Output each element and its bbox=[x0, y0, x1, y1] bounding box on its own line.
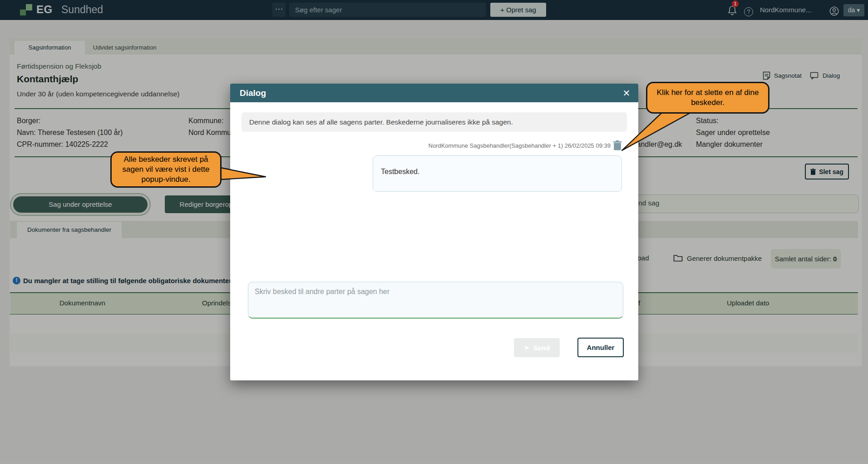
message-meta: NordKommune Sagsbehandler(Sagsbehandler … bbox=[429, 142, 611, 149]
annotation-messages-callout: Alle beskeder skrevet på sagen vil være … bbox=[110, 151, 222, 188]
screen: EG Sundhed ⋯ + Opret sag 1 ? NordKommune… bbox=[0, 0, 868, 464]
delete-message-icon[interactable] bbox=[613, 140, 622, 150]
send-label: Send bbox=[533, 344, 550, 352]
modal-info-banner: Denne dialog kan ses af alle sagens part… bbox=[242, 112, 627, 132]
message-input[interactable] bbox=[248, 282, 623, 319]
message-bubble: Testbesked. bbox=[373, 155, 622, 192]
cancel-button[interactable]: Annuller bbox=[577, 338, 624, 357]
dialog-modal: Dialog ✕ Denne dialog kan ses af alle sa… bbox=[230, 84, 638, 380]
modal-title: Dialog bbox=[240, 84, 266, 102]
send-button[interactable]: ➤ Send bbox=[514, 338, 560, 357]
annotation-delete-callout: Klik her for at slette en af dine besked… bbox=[646, 82, 769, 114]
modal-header bbox=[230, 84, 638, 102]
message-text: Testbesked. bbox=[381, 168, 419, 176]
send-icon: ➤ bbox=[524, 344, 530, 352]
close-icon[interactable]: ✕ bbox=[619, 86, 634, 100]
